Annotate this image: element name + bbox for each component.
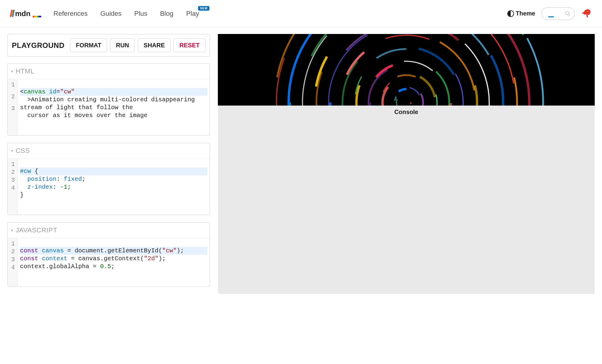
playground-title: PLAYGROUND bbox=[12, 41, 64, 50]
js-panel-label: JAVASCRIPT bbox=[15, 226, 57, 234]
svg-line-1 bbox=[569, 14, 570, 16]
logo-slashes-icon: /// bbox=[10, 8, 13, 19]
mdn-logo[interactable]: /// mdn bbox=[10, 8, 41, 19]
mozilla-dino-icon[interactable] bbox=[581, 8, 592, 19]
nav-blog[interactable]: Blog bbox=[160, 10, 173, 18]
js-gutter: 1 2 3 4 bbox=[8, 238, 18, 286]
html-code[interactable]: <canvas id="cw" >Animation creating mult… bbox=[18, 79, 210, 135]
header-right: Theme bbox=[507, 7, 592, 20]
nav-guides[interactable]: Guides bbox=[100, 10, 122, 18]
css-code[interactable]: #cw { position: fixed; z-index: -1;} bbox=[18, 159, 210, 215]
output-column: Console bbox=[218, 34, 595, 294]
theme-label: Theme bbox=[516, 10, 535, 17]
console-label: Console bbox=[394, 109, 418, 115]
search-cursor-icon bbox=[548, 16, 554, 17]
js-panel: ▼ JAVASCRIPT 1 2 3 4 const canvas = docu… bbox=[7, 222, 210, 287]
js-code[interactable]: const canvas = document.getElementById("… bbox=[18, 238, 210, 286]
css-panel-label: CSS bbox=[15, 147, 30, 155]
css-panel: ▼ CSS 1 2 3 4 #cw { position: fixed; z-i… bbox=[7, 143, 210, 215]
editor-column: PLAYGROUND FORMAT RUN SHARE RESET ▼ HTML… bbox=[7, 34, 210, 294]
console-header[interactable]: Console bbox=[218, 106, 595, 119]
spiral-animation-icon bbox=[218, 34, 595, 106]
nav-play-label: Play bbox=[186, 10, 199, 17]
site-header: /// mdn References Guides Plus Blog Play… bbox=[0, 0, 602, 27]
theme-icon bbox=[507, 10, 514, 17]
html-panel: ▼ HTML 1 2 3 <canvas id="cw" >Animation … bbox=[7, 63, 210, 136]
nav-references[interactable]: References bbox=[53, 10, 88, 18]
new-badge: NEW bbox=[198, 6, 209, 11]
share-button[interactable]: SHARE bbox=[138, 39, 171, 52]
html-panel-label: HTML bbox=[15, 67, 34, 75]
chevron-down-icon: ▼ bbox=[11, 70, 14, 73]
playground-toolbar: PLAYGROUND FORMAT RUN SHARE RESET bbox=[7, 34, 210, 57]
output-panel: Console bbox=[218, 34, 595, 294]
main-content: PLAYGROUND FORMAT RUN SHARE RESET ▼ HTML… bbox=[0, 27, 602, 301]
main-nav: References Guides Plus Blog Play NEW bbox=[53, 10, 199, 18]
nav-play[interactable]: Play NEW bbox=[186, 10, 199, 18]
nav-plus[interactable]: Plus bbox=[134, 10, 147, 18]
html-editor[interactable]: 1 2 3 <canvas id="cw" >Animation creatin… bbox=[8, 79, 210, 135]
css-panel-header[interactable]: ▼ CSS bbox=[8, 143, 210, 159]
css-editor[interactable]: 1 2 3 4 #cw { position: fixed; z-index: … bbox=[8, 159, 210, 215]
html-gutter: 1 2 3 bbox=[8, 79, 18, 135]
chevron-down-icon: ▼ bbox=[11, 229, 14, 232]
reset-button[interactable]: RESET bbox=[174, 39, 205, 52]
search-icon bbox=[565, 11, 571, 17]
logo-underscore-icon bbox=[33, 16, 41, 17]
format-button[interactable]: FORMAT bbox=[70, 39, 107, 52]
console-body[interactable] bbox=[218, 119, 595, 294]
chevron-down-icon: ▼ bbox=[11, 149, 14, 153]
css-gutter: 1 2 3 4 bbox=[8, 159, 18, 215]
html-panel-header[interactable]: ▼ HTML bbox=[8, 64, 210, 79]
theme-button[interactable]: Theme bbox=[507, 10, 535, 17]
svg-point-0 bbox=[566, 11, 569, 15]
logo-text: mdn bbox=[15, 9, 31, 18]
canvas-preview[interactable] bbox=[218, 34, 595, 106]
js-panel-header[interactable]: ▼ JAVASCRIPT bbox=[8, 223, 210, 238]
js-editor[interactable]: 1 2 3 4 const canvas = document.getEleme… bbox=[8, 238, 210, 286]
search-input[interactable] bbox=[541, 7, 575, 20]
run-button[interactable]: RUN bbox=[110, 39, 135, 52]
